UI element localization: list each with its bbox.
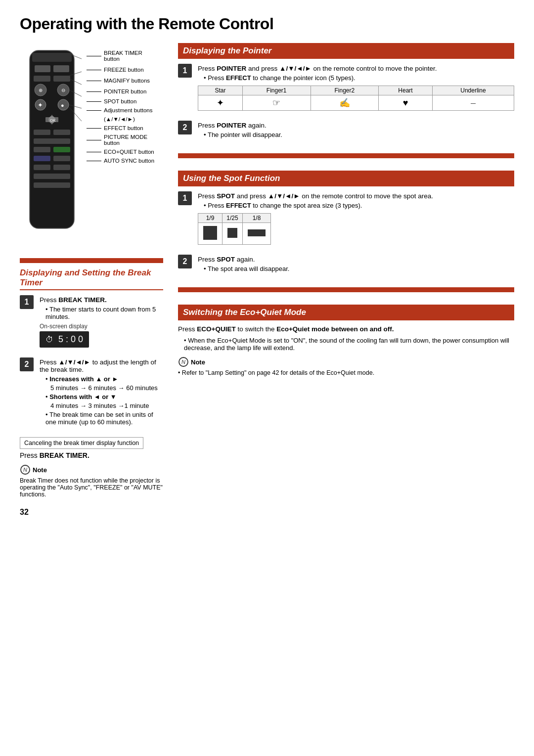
svg-rect-18 bbox=[34, 130, 50, 135]
pointer-step2-bullet: • The pointer will disappear. bbox=[204, 131, 514, 138]
timer-display: ⏱ 5 : 0 0 bbox=[40, 331, 89, 348]
svg-text:✦: ✦ bbox=[38, 101, 43, 109]
spot-step2-bullet: • The spot area will disappear. bbox=[204, 265, 514, 272]
spot-step1: 1 Press SPOT and press ▲/▼/◄/► on the re… bbox=[178, 191, 514, 249]
svg-text:⊕: ⊕ bbox=[39, 88, 43, 93]
svg-rect-19 bbox=[53, 130, 70, 135]
note-icon: N bbox=[20, 464, 31, 475]
pointer-step2-num: 2 bbox=[178, 121, 192, 134]
label-break-timer: BREAK TIMER button bbox=[87, 50, 156, 62]
spot-step2: 2 Press SPOT again. • The spot area will… bbox=[178, 255, 514, 274]
step2-bullet: • The break time can be set in units of … bbox=[45, 411, 163, 426]
pointer-step1-num: 1 bbox=[178, 64, 192, 78]
svg-rect-1 bbox=[32, 53, 72, 62]
pointer-step1-instruction: Press POINTER and press ▲/▼/◄/► on the r… bbox=[198, 65, 514, 72]
cancel-instruction: Press BREAK TIMER. bbox=[20, 451, 163, 459]
label-adjustment: Adjustment buttons bbox=[87, 107, 156, 113]
page-title: Operating with the Remote Control bbox=[20, 15, 514, 33]
spot-step2-instruction: Press SPOT again. bbox=[198, 256, 514, 263]
break-timer-step2: 2 Press ▲/▼/◄/► to adjust the length of … bbox=[20, 357, 163, 427]
spot-section-title: Using the Spot Function bbox=[178, 171, 514, 186]
eco-quiet-section: Switching the Eco+Quiet Mode Press ECO+Q… bbox=[178, 305, 514, 376]
label-auto-sync: AUTO SYNC button bbox=[87, 158, 156, 164]
label-spot: SPOT button bbox=[87, 98, 156, 104]
spot-step1-instruction: Press SPOT and press ▲/▼/◄/► on the remo… bbox=[198, 192, 514, 200]
spot-step1-bullet: • Press EFFECT to change the spot area s… bbox=[204, 202, 514, 209]
label-effect: EFFECT button bbox=[87, 125, 156, 131]
step1-num: 1 bbox=[20, 295, 34, 309]
shortens-label: • Shortens with ◄ or ▼ bbox=[45, 393, 163, 400]
svg-text:N: N bbox=[23, 467, 27, 473]
svg-text:OK: OK bbox=[50, 118, 56, 123]
pointer-step1-bullet: • Press EFFECT to change the pointer ico… bbox=[204, 74, 514, 82]
spot-function-section: Using the Spot Function 1 Press SPOT and… bbox=[178, 171, 514, 280]
increases-label: • Increases with ▲ or ► bbox=[45, 375, 163, 383]
svg-rect-25 bbox=[34, 165, 50, 170]
on-screen-label: On-screen display bbox=[40, 323, 163, 330]
pointer-step1: 1 Press POINTER and press ▲/▼/◄/► on the… bbox=[178, 64, 514, 115]
break-timer-note: N Note Break Timer does not function whi… bbox=[20, 464, 163, 498]
svg-rect-24 bbox=[53, 156, 70, 161]
break-timer-step1: 1 Press Press BREAK TIMER.BREAK TIMER. •… bbox=[20, 295, 163, 352]
pointer-section-title: Displaying the Pointer bbox=[178, 43, 514, 59]
svg-text:⊖: ⊖ bbox=[61, 88, 65, 93]
eco-quiet-note: N Note • Refer to "Lamp Setting" on page… bbox=[178, 356, 514, 376]
eco-quiet-note-text: • Refer to "Lamp Setting" on page 42 for… bbox=[178, 369, 514, 376]
break-timer-title: Displaying and Setting the Break Timer bbox=[20, 268, 163, 290]
pointer-types-table: Star Finger1 Finger2 Heart Underline ✦ ☞… bbox=[198, 86, 514, 111]
displaying-pointer-section: Displaying the Pointer 1 Press POINTER a… bbox=[178, 43, 514, 146]
step1-instruction: Press Press BREAK TIMER.BREAK TIMER. bbox=[40, 296, 163, 304]
svg-text:●: ● bbox=[61, 102, 64, 108]
svg-rect-21 bbox=[34, 147, 50, 152]
spot-step2-num: 2 bbox=[178, 255, 192, 268]
svg-rect-20 bbox=[34, 138, 70, 144]
svg-rect-2 bbox=[35, 65, 50, 72]
step1-bullet: • The timer starts to count down from 5 … bbox=[45, 306, 163, 320]
svg-rect-4 bbox=[34, 76, 50, 82]
increases-detail: 5 minutes → 6 minutes → 60 minutes bbox=[50, 384, 163, 392]
label-arrows: (▲/▼/◄/►) bbox=[104, 116, 156, 122]
eco-note-icon: N bbox=[178, 356, 189, 367]
svg-rect-23 bbox=[34, 156, 50, 161]
svg-rect-28 bbox=[34, 182, 70, 188]
note-label: Note bbox=[33, 466, 47, 474]
eco-quiet-title: Switching the Eco+Quiet Mode bbox=[178, 305, 514, 320]
pointer-step2: 2 Press POINTER again. • The pointer wil… bbox=[178, 121, 514, 140]
pointer-step2-instruction: Press POINTER again. bbox=[198, 122, 514, 129]
label-picture-mode: PICTURE MODE button bbox=[87, 134, 156, 146]
cancel-box: Canceling the break timer display functi… bbox=[20, 437, 143, 449]
eco-note-label: Note bbox=[191, 358, 205, 366]
spot-step1-num: 1 bbox=[178, 191, 192, 205]
label-freeze: FREEZE button bbox=[87, 67, 156, 73]
shortens-detail: 4 minutes → 3 minutes →1 minute bbox=[50, 402, 163, 409]
label-pointer: POINTER button bbox=[87, 89, 156, 94]
eco-quiet-bullet: • When the Eco+Quiet Mode is set to "ON"… bbox=[184, 337, 514, 352]
break-timer-note-text: Break Timer does not function while the … bbox=[20, 477, 163, 498]
svg-rect-26 bbox=[53, 165, 70, 170]
spot-sizes-table: 1/9 1/25 1/8 bbox=[198, 213, 271, 245]
label-magnify: MAGNIFY buttons bbox=[87, 78, 156, 84]
step2-num: 2 bbox=[20, 357, 34, 371]
step2-instruction: Press ▲/▼/◄/► to adjust the length of th… bbox=[40, 358, 163, 373]
svg-rect-27 bbox=[34, 174, 70, 179]
divider2 bbox=[178, 287, 514, 292]
svg-rect-5 bbox=[53, 76, 70, 82]
svg-rect-22 bbox=[53, 147, 70, 152]
label-eco-quiet: ECO+QUIET button bbox=[87, 149, 156, 155]
svg-rect-3 bbox=[53, 65, 69, 72]
page-number: 32 bbox=[20, 508, 514, 517]
svg-text:N: N bbox=[181, 359, 185, 365]
eco-quiet-instruction: Press ECO+QUIET to switch the Eco+Quiet … bbox=[178, 325, 514, 333]
divider1 bbox=[178, 153, 514, 158]
